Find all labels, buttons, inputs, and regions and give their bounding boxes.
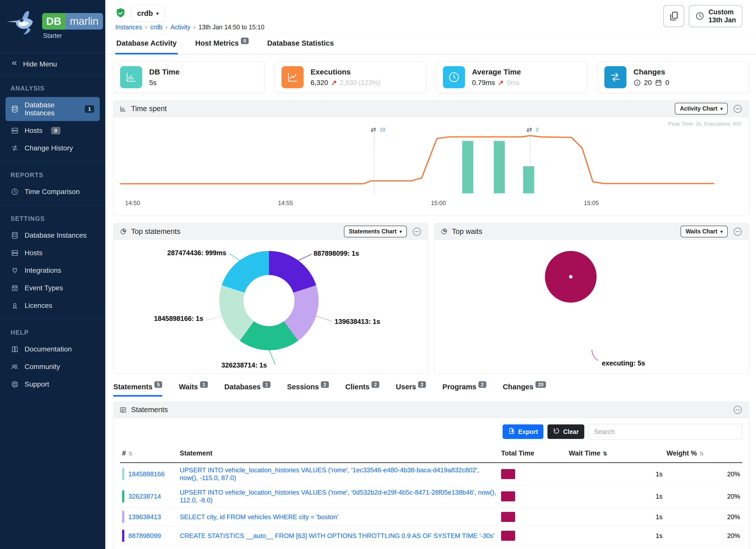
minus-circle-icon (412, 227, 422, 237)
table-row: 1845898166UPSERT INTO vehicle_location_h… (120, 463, 742, 485)
detail-tab-changes[interactable]: Changes20 (503, 383, 546, 397)
waits-chart-dropdown[interactable]: Waits Chart ▾ (681, 226, 728, 237)
statement-text-link[interactable]: CREATE STATISTICS __auto__ FROM [63] WIT… (180, 532, 495, 539)
instance-selector-button[interactable]: crdb ▾ (131, 5, 165, 22)
sidebar-item-documentation[interactable]: Documentation (6, 341, 100, 357)
detail-tab-waits[interactable]: Waits1 (179, 383, 208, 397)
weight-cell: 20% (665, 485, 742, 508)
sidebar-item-event-types[interactable]: Event Types (6, 280, 100, 296)
export-button[interactable]: Export (503, 424, 543, 439)
column-label: Weight % (667, 449, 697, 457)
marlin-logo-icon (5, 7, 43, 39)
sidebar-item-integrations[interactable]: Integrations (6, 262, 100, 279)
sidebar-item-label: Hosts (25, 127, 43, 135)
statement-id-link[interactable]: 1845898166 (128, 470, 165, 478)
detail-tab-programs[interactable]: Programs2 (442, 383, 486, 397)
detail-tab-label: Databases (224, 383, 261, 391)
sidebar-item-support[interactable]: Support (6, 376, 100, 392)
donut-slice-label: 287474436: 999ms (144, 249, 226, 257)
donut-hole (243, 275, 295, 326)
detail-tab-label: Statements (113, 383, 152, 391)
export-icon (508, 427, 515, 434)
metric-card-executions[interactable]: Executions6,320↗2,830 (123%) (275, 61, 426, 93)
statement-text-link[interactable]: SELECT city, id FROM vehicles WHERE city… (180, 513, 338, 521)
brand-logo: DBmarlin Starter (0, 0, 105, 53)
activity-chart-dropdown[interactable]: Activity Chart ▾ (675, 103, 728, 115)
minus-circle-icon (733, 405, 743, 415)
pie-chart-icon (440, 228, 447, 235)
detail-tab-users[interactable]: Users2 (396, 383, 426, 397)
hosts-icon (11, 249, 19, 257)
waits-chart-label: Waits Chart (686, 228, 717, 235)
hide-menu-button[interactable]: Hide Menu (0, 53, 105, 75)
activity-chart-svg[interactable]: ⇄18⇄214:5014:5515:0015:05 (114, 117, 749, 216)
statement-text-link[interactable]: UPSERT INTO vehicle_location_histories V… (180, 489, 496, 504)
sidebar-item-time-comparison[interactable]: Time Comparison (6, 184, 100, 200)
breadcrumb-link[interactable]: crdb (150, 24, 162, 31)
breadcrumb-link[interactable]: Instances (115, 24, 142, 31)
statement-id-link[interactable]: 326238714 (128, 493, 161, 500)
column-header-statement[interactable]: Statement (178, 444, 499, 463)
card-main-value: 6,320 (311, 79, 328, 87)
clear-button[interactable]: Clear (547, 424, 584, 439)
sidebar-item-label: Licences (25, 302, 52, 310)
waits-donut-ring[interactable] (545, 251, 597, 303)
statement-text-link[interactable]: UPSERT INTO vehicle_location_histories V… (180, 466, 479, 482)
tab-database-statistics[interactable]: Database Statistics (266, 34, 335, 54)
time-spent-panel: Time spent Activity Chart ▾ Peak Time: 2… (113, 101, 749, 216)
metric-card-changes[interactable]: Changes200 (598, 61, 749, 93)
search-input[interactable] (588, 424, 742, 439)
column-header-total-time[interactable]: Total Time (499, 444, 567, 463)
detail-tab-sessions[interactable]: Sessions2 (287, 383, 329, 397)
time-range-button[interactable]: Custom 13th Jan (689, 5, 742, 27)
chart-bar-icon (120, 105, 127, 112)
sidebar-item-hosts[interactable]: Hosts (6, 245, 100, 261)
statements-chart-label: Statements Chart (349, 228, 397, 235)
sidebar-section-settings: SETTINGSDatabase InstancesHostsIntegrati… (0, 205, 105, 319)
tab-host-metrics[interactable]: Host Metrics0 (194, 34, 250, 54)
column-header-wait-time[interactable]: Wait Time⇅ (567, 444, 665, 463)
statement-color-bar (122, 511, 124, 523)
top-statements-panel: Top statements Statements Chart ▾ 887898… (113, 223, 428, 374)
statements-chart-dropdown[interactable]: Statements Chart ▾ (344, 226, 407, 237)
collapse-icon[interactable] (733, 405, 743, 415)
statements-donut-ring[interactable] (219, 251, 319, 350)
weight-cell: 20% (665, 508, 742, 526)
breadcrumb-link[interactable]: Activity (170, 24, 190, 31)
caret-down-icon: ▾ (720, 106, 723, 112)
sidebar-item-database-instances[interactable]: Database Instances (6, 227, 100, 243)
column-header-weight-[interactable]: Weight %⇅ (665, 444, 742, 463)
detail-tab-label: Clients (345, 383, 370, 391)
detail-tab-statements[interactable]: Statements5 (113, 383, 162, 397)
sidebar-item-change-history[interactable]: Change History (6, 140, 100, 156)
sidebar-item-label: Database Instances (25, 231, 87, 239)
metric-card-db-time[interactable]: DB Time5s (113, 61, 265, 93)
statement-id-link[interactable]: 887898099 (128, 532, 161, 540)
sidebar-item-licences[interactable]: Licences (6, 298, 100, 314)
wait-time-cell: 999ms (567, 545, 665, 549)
detail-tab-databases[interactable]: Databases1 (224, 383, 270, 397)
column-label: Wait Time (569, 449, 600, 457)
sidebar-section-help: HELPDocumentationCommunitySupport (0, 319, 105, 398)
sidebar-item-label: Support (25, 380, 49, 388)
community-icon (11, 363, 19, 371)
sidebar-item-hosts[interactable]: Hosts0 (6, 123, 100, 139)
tab-database-activity[interactable]: Database Activity (115, 34, 178, 54)
detail-tab-clients[interactable]: Clients2 (345, 383, 380, 397)
collapse-icon[interactable] (412, 227, 422, 237)
content: DB Time5sExecutions6,320↗2,830 (123%)Ave… (105, 54, 756, 549)
topbar: crdb ▾ Instances›crdb›Activity›13th Jan … (105, 0, 756, 34)
statement-id-link[interactable]: 139638413 (128, 513, 161, 521)
chevron-down-icon: ▾ (156, 11, 159, 16)
copy-button[interactable] (663, 5, 684, 27)
sidebar-item-community[interactable]: Community (6, 359, 100, 375)
column-header--[interactable]: #⇅ (120, 444, 178, 463)
collapse-icon[interactable] (733, 104, 743, 114)
minus-circle-icon (733, 104, 743, 114)
metric-card-average-time[interactable]: Average Time0.79ms↗0ms (436, 61, 588, 93)
sidebar-item-database-instances[interactable]: Database Instances1 (6, 97, 100, 121)
detail-tab-label: Sessions (287, 383, 319, 391)
collapse-icon[interactable] (733, 227, 743, 237)
instance-name: crdb (137, 9, 153, 18)
export-label: Export (518, 428, 538, 435)
